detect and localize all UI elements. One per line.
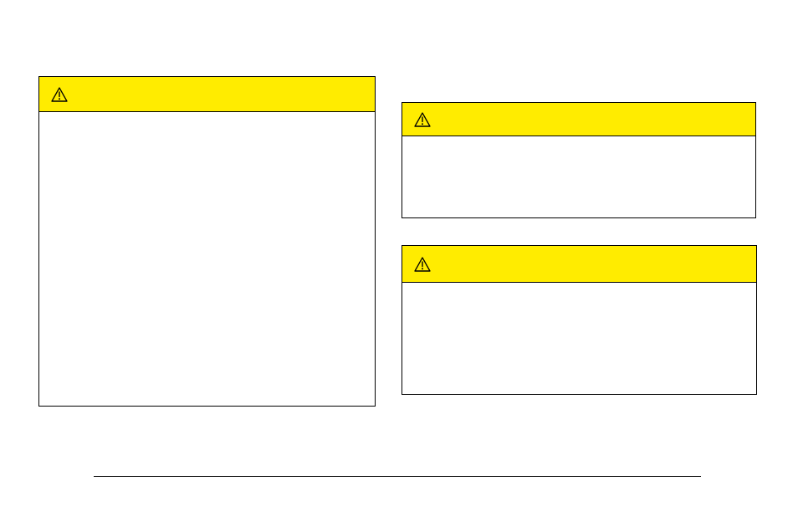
warning-panel-header [402,246,756,283]
page [0,0,798,532]
warning-panel-header [402,103,755,136]
warning-panel-small-top [402,102,756,218]
warning-icon [51,87,68,102]
svg-point-5 [422,268,423,269]
warning-panel-body [402,283,756,396]
warning-panel-large [38,76,376,407]
svg-point-3 [422,123,423,125]
warning-icon [414,257,431,272]
warning-panel-body [402,136,755,219]
svg-point-1 [59,98,60,100]
warning-panel-header [39,77,375,112]
warning-icon [414,112,431,127]
warning-panel-small-bottom [402,245,757,395]
warning-panel-body [39,112,375,407]
horizontal-rule [94,476,701,477]
